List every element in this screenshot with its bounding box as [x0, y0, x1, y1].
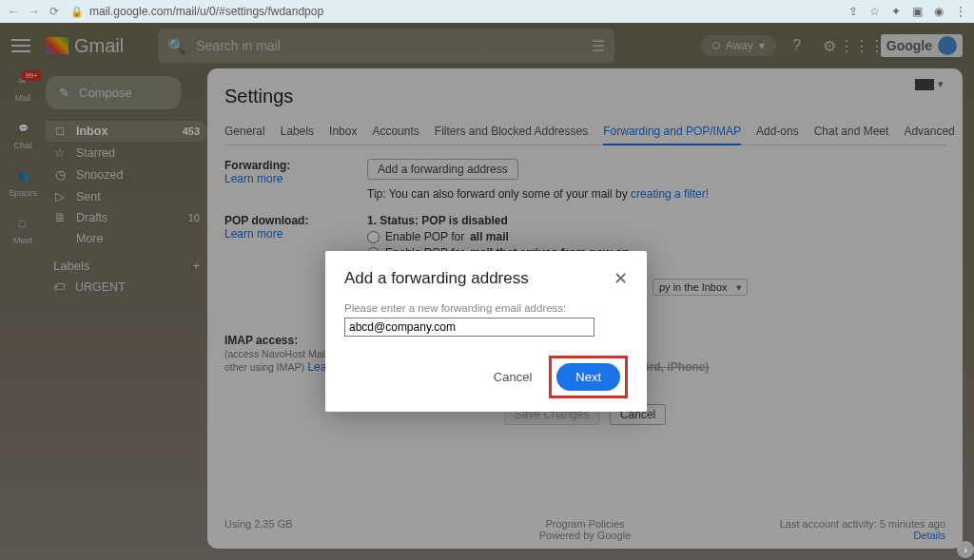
nav-forward-icon[interactable]: →	[29, 5, 40, 18]
nav-back-icon[interactable]: ←	[8, 5, 19, 18]
forwarding-email-input[interactable]	[344, 318, 594, 337]
forwarding-modal: Add a forwarding address ✕ Please enter …	[325, 251, 647, 412]
modal-next-button[interactable]: Next	[556, 363, 620, 391]
modal-cancel-button[interactable]: Cancel	[494, 370, 532, 384]
profile-icon[interactable]: ◉	[934, 5, 944, 18]
share-icon[interactable]: ⇪	[848, 5, 858, 18]
window-icon[interactable]: ▣	[912, 5, 923, 18]
next-button-highlight: Next	[549, 356, 628, 398]
url-text: mail.google.com/mail/u/0/#settings/fwdan…	[89, 5, 323, 18]
extensions-icon[interactable]: ✦	[891, 5, 901, 18]
modal-close-icon[interactable]: ✕	[614, 268, 628, 289]
scroll-right-icon[interactable]: ›	[957, 541, 974, 558]
menu-icon[interactable]: ⋮	[955, 5, 966, 18]
browser-chrome: ← → ⟳ 🔒 mail.google.com/mail/u/0/#settin…	[0, 0, 974, 23]
lock-icon: 🔒	[70, 6, 84, 18]
star-icon[interactable]: ☆	[869, 5, 880, 18]
modal-title: Add a forwarding address	[344, 269, 529, 288]
nav-reload-icon[interactable]: ⟳	[49, 5, 59, 18]
modal-prompt: Please enter a new forwarding email addr…	[344, 302, 628, 314]
app-root: Gmail 🔍 Search in mail ☰ Away ▾ ? ⚙ ⋮⋮⋮ …	[0, 23, 974, 560]
